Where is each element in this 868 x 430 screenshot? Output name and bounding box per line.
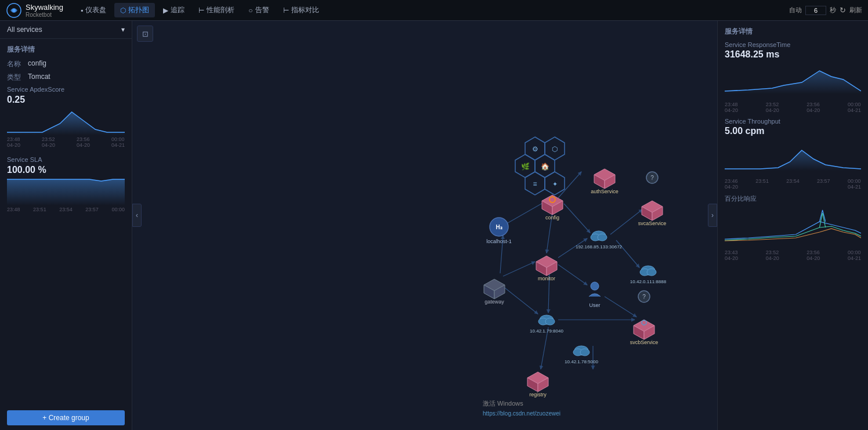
- node-config[interactable]: config: [542, 195, 563, 221]
- nav-compare[interactable]: ⊢ 指标对比: [277, 3, 325, 17]
- svg-text:🌿: 🌿: [521, 162, 530, 171]
- percentile-block: 百分比响应 23:4304-2023:5204-2023:5604-2000:0…: [725, 194, 861, 261]
- nav-alarm[interactable]: ○ 告警: [243, 3, 274, 17]
- nav-dashboard[interactable]: ▪ 仪表盘: [75, 3, 112, 17]
- node-authService[interactable]: authService: [591, 169, 619, 194]
- rt-chart: [725, 62, 861, 94]
- sla-title: Service SLA: [7, 156, 125, 163]
- pct-x-labels: 23:4304-2023:5204-2023:5604-2000:0004-21: [725, 250, 861, 261]
- rt-value: 31648.25 ms: [725, 49, 861, 60]
- node-ip1[interactable]: 192.168.85.133:30672: [576, 231, 623, 250]
- svg-text:?: ?: [650, 175, 654, 181]
- node-registry[interactable]: registry: [527, 372, 548, 398]
- service-selector[interactable]: All services ▾: [0, 21, 132, 39]
- svg-point-76: [580, 349, 589, 356]
- pct-label: 百分比响应: [725, 194, 861, 203]
- node-gateway[interactable]: gateway: [484, 279, 505, 305]
- sec-label: 秒: [830, 6, 836, 15]
- sla-x-labels: 23:4823:5123:5423:5700:00: [7, 207, 125, 212]
- svg-line-11: [558, 265, 587, 285]
- brand-logo-area: Skywalking Rocketbot: [6, 2, 63, 19]
- main-layout: All services ▾ 服务详情 名称 config 类型 Tomcat …: [0, 21, 868, 430]
- svg-text:authService: authService: [591, 189, 619, 194]
- svg-point-59: [598, 234, 607, 241]
- svg-text:10.42.1.79:8040: 10.42.1.79:8040: [530, 328, 563, 334]
- svg-text:10.42.1.78:5000: 10.42.1.78:5000: [565, 359, 598, 364]
- tp-x-labels: 23:4604-2023:5123:5423:5700:0004-21: [725, 178, 861, 190]
- svg-point-63: [647, 269, 656, 276]
- svg-text:svcaService: svcaService: [638, 221, 667, 226]
- node-user[interactable]: User: [589, 282, 601, 308]
- refresh-label[interactable]: 刷新: [849, 6, 862, 15]
- node-svcbService[interactable]: svcbService: [630, 320, 659, 345]
- svg-point-48: [591, 282, 599, 290]
- svg-text:localhost-1: localhost-1: [486, 239, 512, 244]
- throughput-block: Service Throughput 5.00 cpm 23:4604-2023…: [725, 118, 861, 190]
- svg-line-19: [505, 288, 538, 314]
- apdex-x-labels: 23:4804-2023:5204-2023:5604-2000:0004-21: [7, 136, 125, 148]
- sla-chart: [7, 176, 125, 205]
- tp-label: Service Throughput: [725, 118, 861, 125]
- svg-text:registry: registry: [529, 392, 547, 398]
- svg-line-7: [564, 204, 590, 233]
- topology-toolbar: ⊡: [137, 26, 153, 42]
- right-section-title: 服务详情: [725, 27, 861, 37]
- dashboard-icon: ▪: [81, 6, 83, 15]
- refresh-interval-input[interactable]: [805, 6, 826, 15]
- type-value: Tomcat: [28, 73, 50, 82]
- svg-marker-87: [725, 150, 861, 171]
- node-question1[interactable]: ?: [646, 172, 658, 183]
- sla-value: 100.00 %: [7, 165, 125, 175]
- node-ip2[interactable]: 10.42.0.111:8888: [630, 266, 667, 284]
- name-row: 名称 config: [7, 59, 125, 69]
- activate-notice: 激活 Windows https://blog.csdn.net/zuozewe…: [483, 399, 560, 418]
- svg-text:⚙: ⚙: [532, 145, 538, 153]
- svg-text:🏠: 🏠: [541, 162, 549, 171]
- node-localhost[interactable]: H₂ localhost-1: [486, 218, 512, 244]
- create-group-button[interactable]: + Create group: [7, 410, 125, 425]
- trace-icon: ▶: [163, 6, 168, 15]
- auto-label: 自动: [789, 6, 802, 15]
- refresh-icon[interactable]: ↻: [840, 6, 846, 15]
- svg-text:⬡: ⬡: [552, 145, 558, 153]
- svg-text:gateway: gateway: [484, 299, 504, 305]
- config-label: config: [545, 215, 559, 221]
- profiling-icon: ⊢: [198, 6, 204, 15]
- node-ip3[interactable]: 10.42.1.79:8040: [530, 315, 563, 334]
- service-details-section: 服务详情 名称 config 类型 Tomcat Service ApdexSc…: [0, 39, 132, 406]
- alarm-icon: ○: [248, 6, 252, 15]
- nav-trace[interactable]: ▶ 追踪: [157, 3, 190, 17]
- svg-line-8: [503, 262, 535, 276]
- brand-name: Skywalking: [26, 3, 63, 12]
- top-navigation: Skywalking Rocketbot ▪ 仪表盘 ⬡ 拓扑图 ▶ 追踪 ⊢ …: [0, 0, 868, 21]
- name-value: config: [28, 59, 46, 69]
- topology-svg: ⚙ ⬡ 🏠 🌿 ≡ ✦ config authService: [132, 21, 717, 430]
- fit-screen-button[interactable]: ⊡: [137, 26, 153, 42]
- svg-text:192.168.85.133:30672: 192.168.85.133:30672: [576, 244, 623, 250]
- collapse-right-button[interactable]: ›: [708, 204, 717, 227]
- svg-text:monitor: monitor: [538, 276, 555, 281]
- node-svcaService[interactable]: svcaService: [638, 201, 667, 226]
- nav-topology[interactable]: ⬡ 拓扑图: [114, 3, 155, 17]
- type-label: 类型: [7, 73, 28, 82]
- node-monitor[interactable]: monitor: [536, 256, 557, 281]
- node-question2[interactable]: ?: [638, 291, 650, 302]
- skywalking-logo: [6, 2, 22, 19]
- svg-point-67: [545, 318, 555, 325]
- collapse-left-button[interactable]: ‹: [132, 204, 142, 227]
- apdex-chart: [7, 106, 125, 135]
- nav-right-controls: 自动 秒 ↻ 刷新: [789, 6, 862, 15]
- topology-canvas-area: ⊡: [132, 21, 717, 430]
- svg-marker-2: [7, 112, 125, 135]
- right-panel: 服务详情 Service ResponseTime 31648.25 ms 23…: [717, 21, 868, 430]
- nav-profiling[interactable]: ⊢ 性能剖析: [193, 3, 240, 17]
- type-row: 类型 Tomcat: [7, 73, 125, 82]
- svg-text:H₂: H₂: [496, 224, 502, 230]
- svg-text:User: User: [589, 302, 600, 308]
- rt-label: Service ResponseTime: [725, 41, 861, 48]
- hex-cluster: ⚙ ⬡ 🏠 🌿 ≡ ✦: [515, 137, 565, 195]
- chevron-down-icon: ▾: [121, 26, 125, 34]
- pct-chart: [725, 204, 861, 242]
- node-ip4[interactable]: 10.42.1.78:5000: [565, 346, 598, 364]
- name-label: 名称: [7, 59, 28, 69]
